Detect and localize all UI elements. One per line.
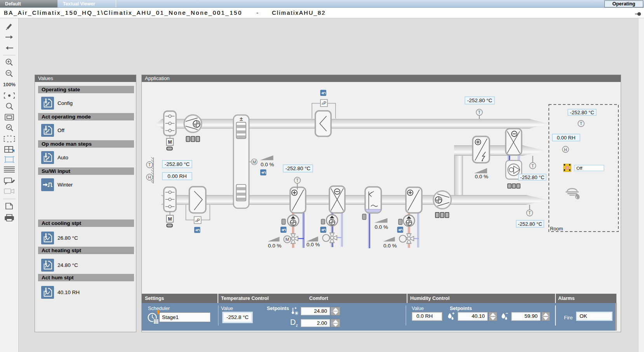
svg-text:T: T (528, 211, 531, 215)
svg-text:M: M (252, 160, 256, 164)
svg-text:Room: Room (550, 226, 563, 232)
svg-text:T: T (296, 178, 299, 183)
svg-text:-252.80 °C: -252.80 °C (165, 161, 190, 167)
svg-text:0.00 RH: 0.00 RH (167, 173, 187, 179)
svg-text:0.0 %: 0.0 % (475, 174, 489, 179)
svg-text:100%: 100% (3, 82, 16, 87)
svg-text:0.0 %: 0.0 % (375, 224, 388, 230)
svg-text:0.0 %: 0.0 % (306, 242, 320, 247)
svg-text:H: H (148, 175, 151, 179)
svg-text:-252.80 °C: -252.80 °C (570, 110, 594, 115)
svg-text:H: H (564, 147, 567, 152)
svg-text:0.0 %: 0.0 % (383, 243, 397, 249)
svg-text:T: T (478, 110, 481, 115)
svg-text:T: T (148, 162, 151, 167)
svg-text:0.0 %: 0.0 % (268, 243, 282, 249)
svg-text:0.0 %: 0.0 % (261, 162, 274, 167)
svg-text:Off: Off (576, 166, 583, 171)
svg-text:-252.80 °C: -252.80 °C (285, 166, 311, 171)
svg-text:T: T (580, 121, 583, 126)
svg-text:±: ± (240, 115, 243, 122)
svg-text:-252.80 °C: -252.80 °C (518, 221, 542, 227)
svg-text:-252.80 °C: -252.80 °C (520, 174, 544, 180)
svg-text:T: T (531, 164, 534, 168)
svg-text:-252.80 °C: -252.80 °C (467, 98, 493, 103)
svg-text:M: M (285, 237, 289, 242)
svg-text:0.00 RH: 0.00 RH (557, 135, 576, 141)
